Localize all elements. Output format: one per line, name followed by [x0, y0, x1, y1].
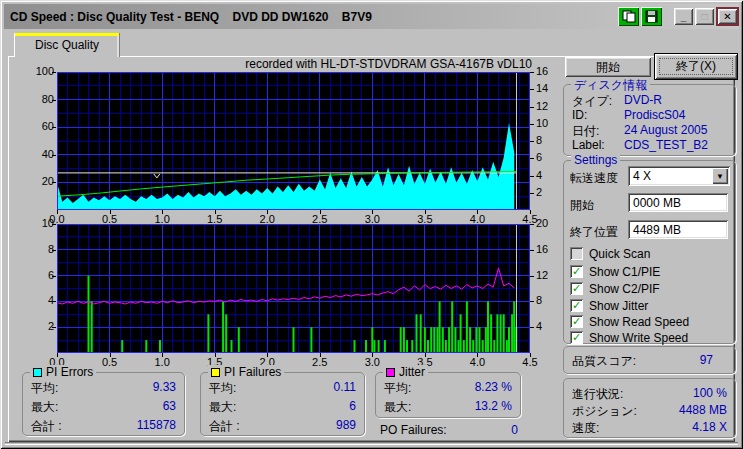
save-icon[interactable]: [641, 7, 662, 26]
axis-tick-mark: [530, 124, 534, 125]
axis-tick-label: 8: [536, 294, 564, 306]
checkbox-show-jitter[interactable]: ✓Show Jitter: [570, 298, 648, 313]
checkbox-checked-icon[interactable]: ✓: [570, 265, 583, 278]
disc-info-row: タイプ:DVD-R: [572, 93, 727, 108]
axis-tick-mark: [372, 353, 373, 357]
axis-tick-label: 1.5: [201, 213, 229, 225]
axis-tick-mark: [530, 276, 534, 277]
quality-score-value: 97: [700, 353, 713, 368]
checkbox-checked-icon[interactable]: ✓: [570, 282, 583, 295]
axis-tick-mark: [530, 176, 534, 177]
start-button[interactable]: 開始: [565, 57, 651, 77]
disc-info-title: ディスク情報: [571, 77, 650, 94]
progress-row: 進行状況:100 %: [572, 386, 727, 401]
axis-tick-label: 4: [26, 294, 54, 306]
exit-button[interactable]: 終了(X): [655, 54, 737, 79]
pi-failures-swatch: [211, 368, 220, 377]
row-value: DVD-R: [624, 93, 662, 107]
jitter-swatch: [386, 368, 395, 377]
row-label: 最大:: [31, 399, 58, 414]
quality-score-group: 品質スコア: 97: [563, 346, 736, 374]
axis-tick-mark: [530, 301, 534, 302]
axis-tick-mark: [477, 353, 478, 357]
window-title: CD Speed : Disc Quality Test - BENQ DVD …: [10, 10, 618, 24]
po-failures-row: PO Failures: 0: [380, 423, 518, 438]
jitter-stats-title: Jitter: [383, 365, 428, 379]
jitter-stats-box: Jitter 平均:8.23 %最大:13.2 %: [375, 372, 521, 418]
row-value: 8.23 %: [475, 380, 512, 395]
axis-tick-label: 4.0: [463, 356, 491, 368]
axis-tick-label: 2: [26, 320, 54, 332]
axis-tick-mark: [530, 210, 531, 214]
axis-tick-mark: [57, 210, 58, 214]
axis-tick-mark: [530, 327, 534, 328]
row-label: 平均:: [31, 380, 58, 395]
checkbox-checked-icon[interactable]: ✓: [570, 299, 583, 312]
start-pos-value: 0000 MB: [633, 196, 681, 210]
quality-score-label: 品質スコア:: [572, 353, 636, 368]
progress-group: 進行状況:100 %ポジション:4488 MB速度:4.18 X: [563, 378, 736, 438]
checkbox-checked-icon[interactable]: ✓: [570, 315, 583, 328]
checkbox-quick-scan[interactable]: Quick Scan: [570, 246, 650, 261]
checkbox-show-c1-pie[interactable]: ✓Show C1/PIE: [570, 264, 660, 279]
row-value: CDS_TEST_B2: [624, 138, 708, 152]
row-value: 4.18 X: [692, 420, 727, 435]
checkbox-unchecked[interactable]: [570, 247, 583, 260]
checkbox-checked-icon[interactable]: ✓: [570, 331, 583, 344]
axis-tick-label: 20: [26, 175, 54, 187]
axis-tick-label: 4.5: [516, 356, 544, 368]
pi-errors-swatch: [33, 368, 42, 377]
axis-tick-mark: [425, 353, 426, 357]
minimize-button[interactable]: _: [674, 8, 693, 25]
copy-icon-glyph: [622, 10, 636, 23]
chevron-down-icon[interactable]: ▼: [712, 168, 728, 184]
axis-tick-mark: [52, 224, 56, 225]
axis-tick-mark: [52, 250, 56, 251]
axis-tick-mark: [215, 353, 216, 357]
axis-tick-mark: [52, 327, 56, 328]
settings-title: Settings: [571, 153, 620, 167]
tab-disc-quality[interactable]: Disc Quality: [14, 33, 120, 57]
axis-tick-mark: [162, 210, 163, 214]
row-label: 最大:: [209, 399, 236, 414]
axis-tick-label: 6: [26, 269, 54, 281]
stat-row: 合計 :115878: [31, 418, 176, 433]
axis-tick-label: 2.0: [253, 213, 281, 225]
start-pos-input[interactable]: 0000 MB: [628, 193, 728, 212]
checkbox-show-write-speed[interactable]: ✓Show Write Speed: [570, 330, 688, 345]
axis-tick-mark: [52, 301, 56, 302]
axis-tick-mark: [52, 72, 56, 73]
axis-tick-mark: [320, 353, 321, 357]
axis-tick-label: 2.5: [306, 356, 334, 368]
bottom-groove: [5, 442, 738, 445]
axis-tick-label: 2.5: [306, 213, 334, 225]
stat-row: 最大:63: [31, 399, 176, 414]
speed-combobox[interactable]: 4 X ▼: [628, 166, 730, 186]
checkbox-label: Show Write Speed: [589, 331, 688, 345]
row-label: 日付:: [572, 123, 599, 138]
recorded-with-label: recorded with HL-DT-STDVDRAM GSA-4167B v…: [200, 57, 532, 71]
axis-tick-label: 16: [536, 65, 564, 77]
checkbox-show-read-speed[interactable]: ✓Show Read Speed: [570, 314, 689, 329]
stat-row: 平均:0.11: [209, 380, 356, 395]
stat-row: 合計 :989: [209, 418, 356, 433]
po-failures-label: PO Failures:: [380, 423, 447, 438]
copy-icon[interactable]: [618, 7, 639, 26]
axis-tick-label: 100: [26, 65, 54, 77]
checkbox-label: Show C1/PIE: [589, 265, 660, 279]
checkbox-show-c2-pif[interactable]: ✓Show C2/PIF: [570, 281, 660, 296]
stat-row: 平均:8.23 %: [384, 380, 512, 395]
disc-info-row: ID:ProdiscS04: [572, 108, 727, 123]
close-button[interactable]: ✕: [716, 7, 739, 26]
axis-tick-mark: [530, 72, 534, 73]
axis-tick-mark: [425, 210, 426, 214]
checkbox-label: Quick Scan: [589, 247, 650, 261]
axis-tick-mark: [530, 107, 534, 108]
end-pos-input[interactable]: 4489 MB: [628, 220, 728, 239]
maximize-button[interactable]: □: [695, 8, 714, 25]
axis-tick-mark: [52, 182, 56, 183]
row-label: ID:: [572, 108, 587, 123]
axis-tick-label: 6: [536, 151, 564, 163]
row-value: 13.2 %: [475, 399, 512, 414]
axis-tick-label: 20: [536, 217, 564, 229]
